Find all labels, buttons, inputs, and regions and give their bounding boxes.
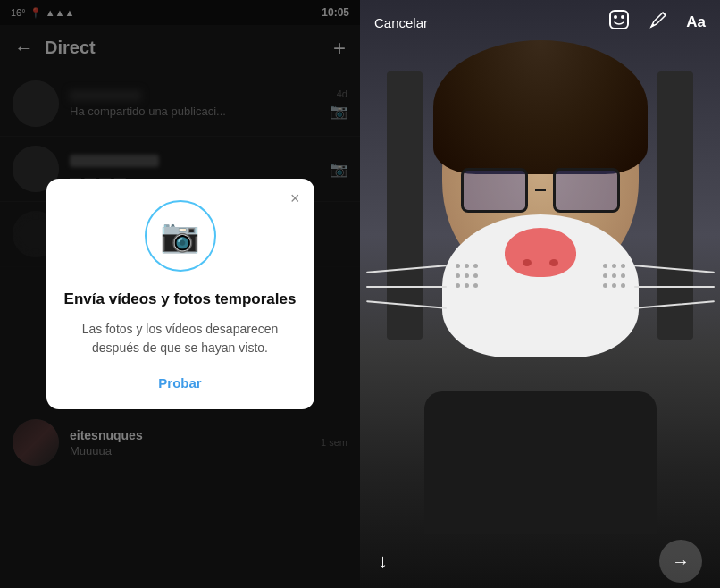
camera-bottombar: ↓ → [360, 534, 720, 588]
nostril-left [523, 259, 532, 266]
camera-topbar: Cancelar Aa [360, 0, 720, 45]
sticker-icon[interactable] [607, 8, 631, 37]
hair [433, 40, 648, 174]
modal-overlay: × 📷 Envía vídeos y fotos temporales Las … [0, 0, 360, 588]
whisker-dots-left [456, 264, 478, 288]
glasses-lens-right [553, 168, 620, 213]
svg-point-2 [621, 15, 624, 19]
nostril-right [549, 259, 558, 266]
svg-rect-0 [610, 11, 628, 29]
whisker-line-left-2 [366, 286, 447, 288]
topbar-icons: Aa [607, 8, 706, 37]
whisker-line-right-2 [634, 286, 715, 288]
camera-icon: 📷 [160, 217, 200, 255]
modal-dialog: × 📷 Envía vídeos y fotos temporales Las … [46, 179, 314, 409]
glasses [451, 165, 630, 214]
camera-view: Cancelar Aa [360, 0, 720, 588]
text-icon[interactable]: Aa [686, 13, 706, 31]
draw-icon[interactable] [649, 10, 668, 35]
cat-nostrils [523, 259, 558, 266]
chair-left [387, 71, 423, 340]
whisker-dots-right [603, 264, 625, 288]
right-panel: Cancelar Aa [360, 0, 720, 588]
try-button[interactable]: Probar [158, 375, 201, 391]
cancel-button[interactable]: Cancelar [374, 15, 428, 30]
glasses-bridge [535, 189, 546, 191]
left-panel: 16° 📍 ▲▲▲ 10:05 ← Direct + Ha compartido… [0, 0, 360, 588]
send-button[interactable]: → [659, 540, 702, 583]
svg-point-1 [614, 15, 617, 19]
modal-description: Las fotos y los vídeos desaparecen despu… [64, 320, 297, 357]
shirt [424, 391, 657, 534]
send-icon: → [672, 551, 690, 572]
cat-filter [424, 214, 657, 393]
cat-nose-area [442, 214, 639, 357]
modal-title: Envía vídeos y fotos temporales [64, 290, 297, 309]
close-button[interactable]: × [290, 189, 300, 208]
modal-icon-wrapper: 📷 [145, 200, 216, 272]
glasses-lens-left [461, 168, 528, 213]
cat-nose-pink [505, 228, 576, 277]
glasses-frame [461, 168, 620, 213]
chair-right [657, 71, 693, 340]
download-button[interactable]: ↓ [378, 550, 388, 573]
